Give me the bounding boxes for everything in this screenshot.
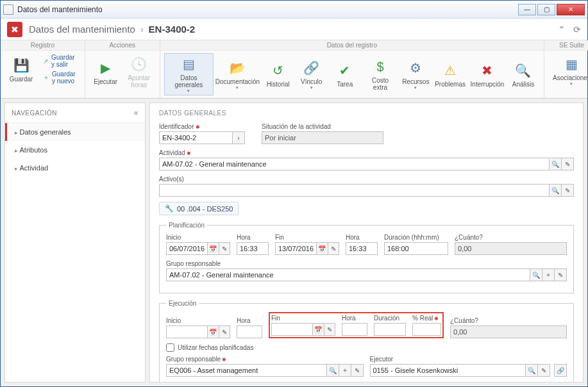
app-logo-icon: ✖	[7, 22, 22, 37]
tab-interrupcion[interactable]: ✖Interrupción	[468, 60, 507, 90]
planif-hora2-input[interactable]	[346, 242, 378, 255]
ejec-ejecutor-input[interactable]	[370, 364, 526, 377]
lookup-button[interactable]: 🔍	[530, 268, 542, 281]
planif-fin-input[interactable]	[275, 242, 317, 255]
tab-tarea[interactable]: ✔Tarea	[328, 60, 362, 90]
nav-item-atributos[interactable]: Atributos	[5, 141, 145, 159]
situacion-input	[262, 131, 383, 144]
planif-inicio-input[interactable]	[166, 242, 208, 255]
ejecucion-fieldset: Ejecución Inicio 📅✎ Hora Fin 📅✎ Hora Dur…	[159, 300, 574, 383]
tab-analisis[interactable]: 🔍Análisis	[507, 60, 540, 90]
clear-icon[interactable]: ✎	[328, 242, 340, 255]
calendar-icon[interactable]: 📅	[312, 323, 324, 336]
tab-vinculo[interactable]: 🔗Vínculo▾	[295, 57, 328, 92]
planif-cuanto-input	[455, 242, 567, 255]
lookup-button[interactable]: 🔍	[549, 184, 562, 197]
section-title: DATOS GENERALES	[159, 110, 574, 117]
add-button[interactable]: ＋	[339, 364, 351, 377]
ejec-pct-input[interactable]	[412, 323, 441, 336]
collapse-nav-icon[interactable]: «	[134, 108, 139, 117]
planif-hora1-input[interactable]	[237, 242, 269, 255]
tab-asociaciones[interactable]: ▦Asociaciones▾	[548, 53, 588, 88]
save-new-button[interactable]: ＋Guardar y nuevo	[40, 70, 81, 85]
asset-tag[interactable]: 🔧00 .004 - DES250	[159, 202, 239, 215]
clear-button[interactable]: ✎	[554, 268, 567, 281]
chevron-down-icon: ▾	[236, 85, 239, 90]
use-planned-dates-checkbox[interactable]	[166, 343, 174, 352]
clear-button[interactable]: ✎	[351, 364, 364, 377]
app-window: Datos del mantenimiento — ▢ ✕ ✖ Datos de…	[0, 0, 588, 387]
planificacion-fieldset: Planificación Inicio 📅✎ Hora Fin 📅✎ Hora…	[159, 222, 574, 293]
nav-panel: NAVEGACIÓN « Datos generales Atributos A…	[4, 103, 146, 383]
breadcrumb: ✖ Datos del mantenimiento › EN-3400-2 ⌃ …	[1, 19, 587, 40]
save-exit-button[interactable]: ↗Guardar y salir	[40, 53, 81, 69]
lookup-button[interactable]: 🔍	[525, 364, 538, 377]
arrow-right-button[interactable]: ›	[232, 131, 245, 144]
lookup-button[interactable]: 🔍	[549, 158, 562, 170]
clear-icon[interactable]: ✎	[324, 323, 336, 336]
planif-dur-input[interactable]	[384, 242, 448, 255]
folder-icon: 📂	[228, 59, 246, 77]
history-icon: ↺	[269, 62, 287, 79]
tab-documentacion[interactable]: 📂Documentación▾	[214, 57, 262, 92]
clear-button[interactable]: ✎	[561, 158, 574, 170]
ejec-cuanto-input	[450, 325, 567, 338]
tab-historial[interactable]: ↺Historial	[262, 60, 295, 90]
ribbon-group-datos: Datos del registro	[160, 40, 544, 51]
ejec-fin-input[interactable]	[271, 323, 313, 336]
nav-item-actividad[interactable]: Actividad	[5, 159, 145, 177]
tab-costo[interactable]: $Costo extra	[362, 56, 399, 93]
link-button[interactable]: 🔗	[554, 364, 567, 377]
maximize-button[interactable]: ▢	[537, 4, 555, 15]
add-button[interactable]: ＋	[542, 268, 555, 281]
warning-icon: ⚠	[441, 62, 459, 79]
collapse-up-icon[interactable]: ⌃	[558, 24, 566, 35]
play-icon: ▶	[97, 59, 115, 77]
minimize-button[interactable]: —	[518, 4, 536, 15]
refresh-icon[interactable]: ⟳	[573, 24, 581, 35]
chevron-down-icon: ▾	[310, 85, 313, 90]
ribbon-group-registro: Registro	[1, 40, 85, 51]
breadcrumb-section[interactable]: Datos del mantenimiento	[29, 24, 135, 35]
clear-button[interactable]: ✎	[537, 364, 550, 377]
identificador-input[interactable]	[159, 131, 233, 144]
window-title: Datos del mantenimiento	[17, 5, 518, 14]
ejec-grupo-input[interactable]	[166, 364, 327, 377]
clear-icon[interactable]: ✎	[219, 325, 231, 338]
activos-input[interactable]	[159, 184, 550, 197]
new-icon: ＋	[43, 73, 49, 82]
breadcrumb-id: EN-3400-2	[149, 24, 196, 35]
titlebar: Datos del mantenimiento — ▢ ✕	[1, 1, 587, 19]
ejecucion-legend: Ejecución	[166, 300, 199, 307]
save-button[interactable]: 💾 Guardar	[4, 54, 38, 85]
execute-button[interactable]: ▶Ejecutar	[89, 57, 122, 87]
ejec-hora2-input[interactable]	[342, 323, 367, 336]
ribbon-group-acciones: Acciones	[85, 40, 160, 51]
tab-datos-generales[interactable]: ▤Datos generales▾	[164, 53, 214, 95]
calendar-icon[interactable]: 📅	[207, 242, 219, 255]
clear-icon[interactable]: ✎	[219, 242, 231, 255]
nav-item-datos-generales[interactable]: Datos generales	[5, 123, 145, 141]
clear-button[interactable]: ✎	[561, 184, 574, 197]
ejec-dur-input[interactable]	[374, 323, 406, 336]
ejec-hora1-input[interactable]	[237, 325, 262, 338]
ribbon: Registro 💾 Guardar ↗Guardar y salir ＋Gua…	[1, 40, 587, 99]
actividad-input[interactable]	[159, 158, 550, 170]
planificacion-legend: Planificación	[166, 222, 207, 229]
lookup-button[interactable]: 🔍	[326, 364, 339, 377]
exit-icon: ↗	[43, 56, 49, 65]
task-icon: ✔	[336, 62, 354, 79]
tab-problemas[interactable]: ⚠Problemas	[432, 60, 468, 90]
log-hours-button[interactable]: 🕓Apuntar horas	[122, 53, 156, 90]
calendar-icon[interactable]: 📅	[207, 325, 219, 338]
tab-recursos[interactable]: ⚙Recursos▾	[399, 57, 432, 92]
ribbon-group-sesuite: SE Suite	[544, 40, 588, 51]
save-icon: 💾	[12, 56, 30, 74]
chevron-down-icon: ▾	[414, 85, 417, 90]
ejec-inicio-input[interactable]	[166, 325, 208, 338]
highlighted-region: Fin 📅✎ Hora Duración % Real	[269, 312, 444, 338]
calendar-icon[interactable]: 📅	[316, 242, 328, 255]
nav-title: NAVEGACIÓN	[12, 110, 57, 117]
planif-grupo-input[interactable]	[166, 268, 530, 281]
close-button[interactable]: ✕	[557, 4, 585, 15]
